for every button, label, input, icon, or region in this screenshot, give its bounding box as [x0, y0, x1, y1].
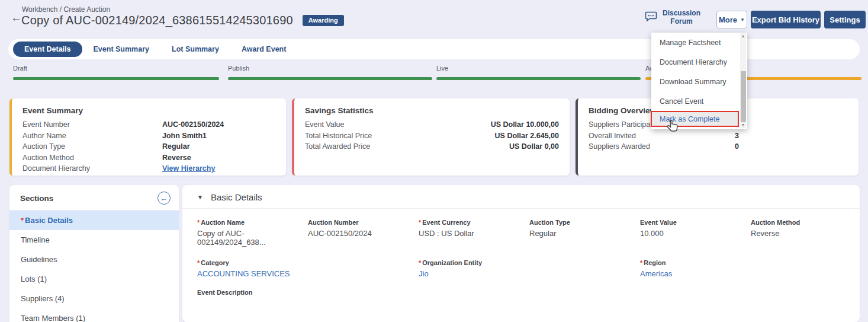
stage-label: Draft — [13, 65, 219, 72]
sidebar-item-timeline[interactable]: Timeline — [9, 230, 179, 250]
fields-row-2: *Category ACCOUNTING SERVICES *Organizat… — [197, 259, 860, 278]
required-marker: * — [197, 219, 200, 226]
field-auction-type: Auction Type Regular — [529, 219, 640, 247]
discussion-forum-button[interactable]: Discussion Forum — [645, 9, 701, 26]
fields-row-1: *Auction Name Copy of AUC-002149/2024_63… — [197, 219, 860, 247]
field-label: Auction Name — [201, 219, 245, 226]
tab-event-details[interactable]: Event Details — [13, 42, 82, 57]
tab-event-summary[interactable]: Event Summary — [82, 42, 160, 57]
menu-item-cancel-event[interactable]: Cancel Event — [651, 91, 747, 111]
row-value: 0 — [735, 141, 739, 152]
row-label: Suppliers Awarded — [589, 141, 735, 152]
stage-label: Live — [436, 65, 641, 72]
breadcrumb[interactable]: Workbench / Create Auction — [22, 5, 110, 14]
card-row: Total Historical Price US Dollar 2.645,0… — [305, 130, 559, 142]
sidebar-item-lots[interactable]: Lots (1) — [9, 269, 179, 289]
card-row: Event Value US Dollar 10.000,00 — [305, 119, 559, 130]
chevron-down-icon: ▼ — [740, 17, 745, 23]
basic-details-title: Basic Details — [211, 192, 262, 202]
required-marker: * — [419, 259, 421, 266]
cursor-pointer-icon — [664, 119, 680, 139]
row-value: AUC-002150/2024 — [162, 119, 224, 130]
row-label: Document Hierarchy — [22, 163, 162, 174]
row-value: 3 — [735, 130, 739, 142]
row-label: Overall Invited — [589, 130, 735, 142]
field-value: 10.000 — [640, 229, 751, 238]
row-label: Total Historical Price — [305, 130, 445, 142]
row-label: Event Value — [305, 119, 445, 130]
row-value: John Smith1 — [162, 130, 207, 142]
row-value: US Dollar 0,00 — [509, 141, 559, 152]
field-label: Category — [201, 259, 229, 266]
view-hierarchy-link[interactable]: View Hierarchy — [162, 163, 215, 174]
export-bid-history-button[interactable]: Export Bid History — [751, 11, 821, 28]
required-marker: * — [21, 216, 24, 225]
row-label: Event Number — [22, 119, 162, 130]
sidebar-item-basic-details[interactable]: * Basic Details — [9, 211, 179, 230]
tab-award-event[interactable]: Award Event — [230, 42, 298, 57]
field-region: *Region Americas — [640, 259, 751, 278]
field-label: Event Currency — [422, 219, 470, 226]
category-link[interactable]: ACCOUNTING SERVICES — [197, 269, 308, 278]
auction-workbench-page: ← Workbench / Create Auction Copy of AUC… — [0, 0, 868, 322]
required-marker: * — [640, 259, 642, 266]
sidebar-item-suppliers[interactable]: Suppliers (4) — [9, 289, 179, 308]
chat-bubble-icon — [645, 11, 658, 24]
menu-item-download-summary[interactable]: Download Summary — [651, 72, 747, 91]
field-label: Auction Method — [751, 219, 800, 226]
more-button-label: More — [719, 15, 737, 24]
card-row: Auction Type Regular — [22, 141, 275, 152]
stage-publish: Publish — [228, 65, 432, 80]
sidebar-item-label: Guidelines — [21, 255, 57, 264]
sidebar-item-guidelines[interactable]: Guidelines — [9, 250, 179, 269]
stage-bar — [436, 77, 641, 80]
scroll-down-icon[interactable]: ▼ — [740, 123, 746, 127]
field-event-currency: *Event Currency USD : US Dollar — [419, 219, 529, 247]
field-organization-entity: *Organization Entity Jio — [419, 259, 529, 278]
tab-lot-summary[interactable]: Lot Summary — [160, 42, 230, 57]
region-link[interactable]: Americas — [640, 269, 751, 278]
row-label: Auction Type — [22, 141, 162, 152]
sidebar-item-label: Basic Details — [25, 216, 73, 225]
sidebar-item-team-members[interactable]: Team Members (1) — [9, 308, 179, 322]
card-row: Author Name John Smith1 — [22, 130, 275, 142]
field-category: *Category ACCOUNTING SERVICES — [197, 259, 308, 278]
card-title: Savings Statistics — [305, 106, 559, 115]
scroll-up-icon[interactable]: ▲ — [740, 34, 746, 38]
field-label: Region — [644, 259, 666, 266]
settings-button[interactable]: Settings — [824, 11, 866, 28]
event-description-label: Event Description — [197, 289, 860, 296]
scrollbar-thumb[interactable] — [741, 71, 746, 122]
organization-entity-link[interactable]: Jio — [419, 269, 529, 278]
stage-live: Live — [436, 65, 641, 80]
event-summary-card: Event Summary Event Number AUC-002150/20… — [9, 98, 286, 176]
back-arrow-icon[interactable]: ← — [11, 12, 22, 23]
row-label: Total Awarded Price — [305, 141, 445, 152]
basic-details-section-header[interactable]: ▼ Basic Details — [182, 185, 860, 209]
more-button[interactable]: More ▼ — [716, 11, 747, 28]
sections-title: Sections — [20, 194, 53, 203]
row-value: US Dollar 2.645,00 — [495, 130, 559, 142]
field-event-value: Event Value 10.000 — [640, 219, 751, 247]
menu-item-document-hierarchy[interactable]: Document Hierarchy — [651, 52, 747, 72]
card-title: Event Summary — [22, 106, 275, 115]
card-row: Total Awarded Price US Dollar 0,00 — [305, 141, 559, 152]
field-auction-name: *Auction Name Copy of AUC-002149/2024_63… — [197, 219, 308, 247]
row-label: Author Name — [22, 130, 162, 142]
menu-item-manage-factsheet[interactable]: Manage Factsheet — [651, 33, 747, 52]
basic-details-panel: ▼ Basic Details *Auction Name Copy of AU… — [182, 185, 860, 322]
collapse-triangle-icon: ▼ — [197, 194, 203, 200]
card-row: Overall Invited 3 — [589, 130, 848, 142]
sidebar-item-label: Timeline — [21, 235, 50, 244]
field-label: Auction Type — [529, 219, 570, 226]
card-row: Document Hierarchy View Hierarchy — [22, 163, 275, 174]
fields-grid: *Auction Name Copy of AUC-002149/2024_63… — [182, 209, 860, 296]
field-auction-method: Auction Method Reverse — [751, 219, 861, 247]
row-value: Regular — [162, 141, 190, 152]
sidebar-item-label: Team Members (1) — [21, 314, 85, 322]
dropdown-scrollbar[interactable]: ▲ ▼ — [740, 33, 746, 128]
card-row: Suppliers Awarded 0 — [589, 141, 848, 152]
collapse-panel-button[interactable]: ← — [157, 192, 171, 205]
field-value: AUC-002150/2024 — [308, 229, 419, 238]
stage-draft: Draft — [13, 65, 219, 80]
